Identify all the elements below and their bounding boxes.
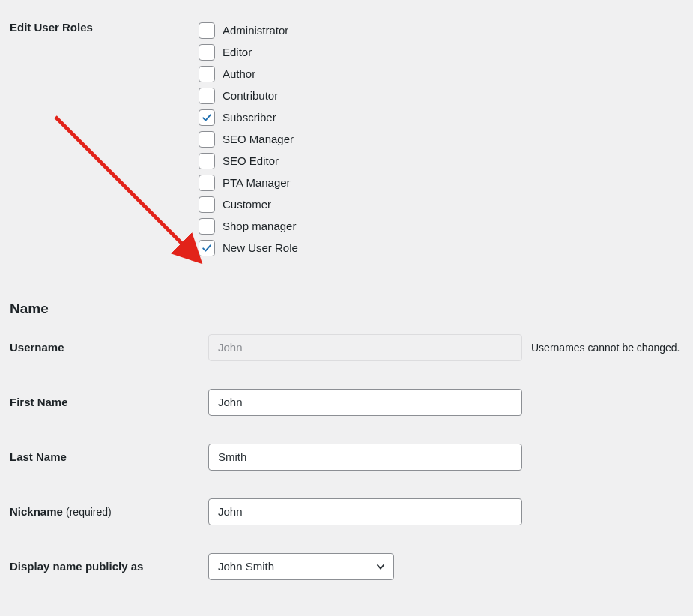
role-checkbox-row: PTA Manager: [199, 172, 686, 193]
display-name-select[interactable]: John Smith: [208, 553, 394, 580]
role-checkbox-label[interactable]: Customer: [223, 198, 271, 211]
role-checkbox-label[interactable]: SEO Editor: [223, 154, 279, 167]
first-name-input[interactable]: [208, 389, 522, 416]
role-checkbox-row: New User Role: [199, 237, 686, 259]
first-name-label: First Name: [0, 375, 208, 429]
role-checkbox-row: Shop manager: [199, 215, 686, 237]
role-checkbox-row: Customer: [199, 193, 686, 215]
role-checkbox-label[interactable]: Contributor: [223, 89, 278, 102]
nickname-required-note: (required): [66, 506, 112, 518]
role-checkbox-row: SEO Editor: [199, 150, 686, 172]
role-checkbox-row: SEO Manager: [199, 128, 686, 150]
nickname-label: Nickname (required): [0, 484, 208, 539]
role-checkbox-label[interactable]: PTA Manager: [223, 176, 291, 189]
role-checkbox-label[interactable]: SEO Manager: [223, 133, 294, 145]
role-checkbox-label[interactable]: Administrator: [223, 24, 288, 37]
nickname-input[interactable]: [208, 498, 522, 525]
role-checkbox[interactable]: [199, 109, 215, 126]
role-checkbox-row: Author: [199, 63, 686, 85]
role-checkbox[interactable]: [199, 44, 215, 61]
role-checkbox-label[interactable]: Shop manager: [223, 220, 296, 232]
role-checkbox[interactable]: [199, 240, 215, 256]
role-checkbox-row: Administrator: [199, 19, 686, 41]
role-checkbox[interactable]: [199, 88, 215, 104]
role-checkbox[interactable]: [199, 22, 215, 39]
display-name-label: Display name publicly as: [0, 539, 208, 594]
role-checkbox-label[interactable]: Editor: [223, 46, 252, 58]
roles-label: Edit User Roles: [0, 0, 199, 55]
roles-list: AdministratorEditorAuthorContributorSubs…: [199, 0, 693, 272]
role-checkbox[interactable]: [199, 131, 215, 148]
role-checkbox-label[interactable]: Subscriber: [223, 111, 276, 124]
role-checkbox-label[interactable]: Author: [223, 67, 255, 80]
username-label: Username: [0, 320, 208, 375]
role-checkbox-row: Editor: [199, 41, 686, 63]
role-checkbox[interactable]: [199, 66, 215, 82]
role-checkbox-row: Subscriber: [199, 106, 686, 128]
role-checkbox[interactable]: [199, 175, 215, 191]
name-section-heading: Name: [0, 272, 693, 320]
role-checkbox[interactable]: [199, 196, 215, 213]
nickname-label-text: Nickname: [10, 505, 63, 518]
last-name-input[interactable]: [208, 444, 522, 471]
role-checkbox-row: Contributor: [199, 85, 686, 106]
role-checkbox[interactable]: [199, 153, 215, 169]
username-note: Usernames cannot be changed.: [531, 342, 680, 354]
username-input: [208, 334, 522, 361]
role-checkbox[interactable]: [199, 218, 215, 235]
role-checkbox-label[interactable]: New User Role: [223, 241, 298, 254]
last-name-label: Last Name: [0, 429, 208, 484]
